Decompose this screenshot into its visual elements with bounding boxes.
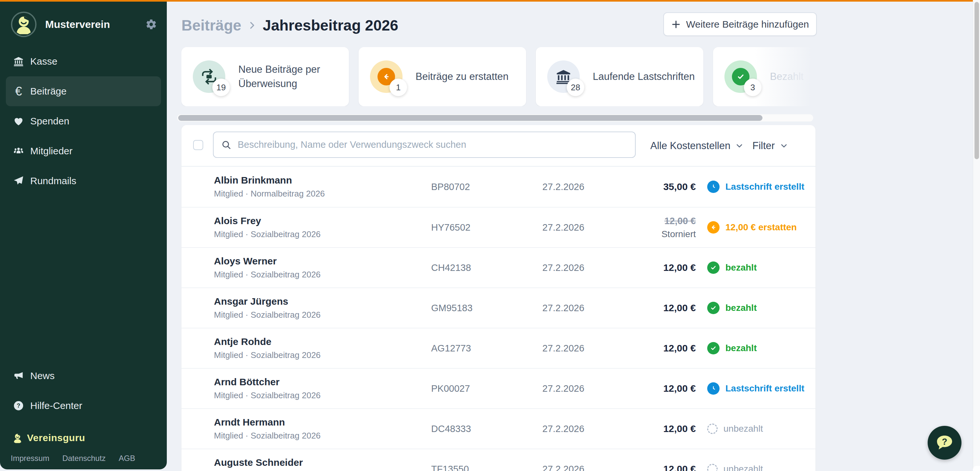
amount: 12,00 € [598,383,696,394]
due-date: 27.2.2026 [542,423,584,434]
status-badge[interactable]: bezahlt [707,342,757,354]
member-subtitle: Mitglied · Sozialbeitrag 2026 [214,229,321,239]
table-row[interactable]: Arndt Hermann Mitglied · Sozialbeitrag 2… [181,408,816,449]
member-subtitle: Mitglied · Sozialbeitrag 2026 [214,350,321,360]
clock-icon [707,382,719,395]
vereinsguru-logo-icon [11,431,24,445]
svg-text:?: ? [17,403,21,409]
member-name: Aloys Werner [214,255,321,267]
reference-code: TF13550 [431,464,469,471]
table-row[interactable]: Albin Brinkmann Mitglied · Normalbeitrag… [181,167,816,207]
card-laufende-lastschriften[interactable]: 28 Laufende Lastschriften [536,47,703,106]
reference-code: CH42138 [431,262,471,273]
sidebar-item-news[interactable]: News [6,361,161,391]
due-date: 27.2.2026 [542,222,584,233]
horizontal-scrollbar-thumb[interactable] [178,115,762,121]
sidebar-item-label: Rundmails [30,175,76,186]
filter-label: Filter [752,140,775,152]
member-name: Arndt Hermann [214,417,321,428]
search-input[interactable] [237,139,627,151]
brand-link[interactable]: Vereinsguru [11,431,85,445]
status-badge[interactable]: unbezahlt [707,423,763,434]
link-impressum[interactable]: Impressum [11,454,49,463]
table-row[interactable]: Ansgar Jürgens Mitglied · Sozialbeitrag … [181,287,816,328]
status-label: Lastschrift erstellt [725,383,804,394]
card-beitraege-zu-erstatten[interactable]: 1 Beiträge zu erstatten [359,47,526,106]
add-contributions-button[interactable]: Weitere Beiträge hinzufügen [663,12,817,36]
member-name: Antje Rohde [214,336,321,347]
table-row[interactable]: Antje Rohde Mitglied · Sozialbeitrag 202… [181,328,816,368]
sidebar-item-rundmails[interactable]: Rundmails [6,166,161,196]
sidebar-item-hilfe-center[interactable]: ? Hilfe-Center [6,391,161,421]
status-label: bezahlt [725,343,757,354]
filter-dropdown[interactable]: Filter [752,125,789,167]
link-agb[interactable]: AGB [119,454,135,463]
status-badge[interactable]: 12,00 € erstatten [707,221,797,233]
sidebar-item-label: Beiträge [30,86,67,97]
gear-icon[interactable] [145,19,157,30]
sidebar-item-beitraege[interactable]: € Beiträge [6,76,161,106]
org-name: Musterverein [45,19,145,30]
member-subtitle: Mitglied · Sozialbeitrag 2026 [214,310,321,320]
transfer-icon: 19 [193,60,225,93]
card-label: Bezahlt [770,70,803,84]
amount: 12,00 € [598,303,696,314]
card-count-badge: 19 [212,79,230,96]
search-field[interactable] [213,132,636,158]
select-all-checkbox[interactable] [193,140,203,150]
member-name: Ansgar Jürgens [214,296,321,307]
org-header[interactable]: Musterverein [11,11,157,38]
member-name: Auguste Schneider [214,457,321,468]
reference-code: AG12773 [431,343,471,354]
table-row[interactable]: Aloys Werner Mitglied · Sozialbeitrag 20… [181,247,816,287]
breadcrumb-parent[interactable]: Beiträge [181,17,241,34]
dashed-circle-icon [707,464,718,471]
table-row[interactable]: Alois Frey Mitglied · Sozialbeitrag 2026… [181,207,816,247]
horizontal-scrollbar[interactable] [177,114,813,122]
table-row[interactable]: Auguste Schneider Mitglied · Sozialbeitr… [181,449,816,471]
sidebar-item-spenden[interactable]: Spenden [6,106,161,136]
megaphone-icon [11,369,26,383]
page-title: Jahresbeitrag 2026 [263,17,398,34]
bank-icon [11,54,26,68]
paid-check-icon: 3 [724,60,757,93]
sidebar-item-label: News [30,370,55,381]
due-date: 27.2.2026 [542,262,584,273]
amount-cancelled: 12,00 € Storniert [598,216,696,239]
due-date: 27.2.2026 [542,464,584,471]
table-row[interactable]: Arnd Böttcher Mitglied · Sozialbeitrag 2… [181,368,816,408]
card-label: Laufende Lastschriften [593,70,695,84]
vertical-scrollbar[interactable] [973,0,980,471]
heart-icon [11,114,26,128]
table-toolbar: Alle Kostenstellen Filter [181,125,816,167]
status-badge[interactable]: bezahlt [707,262,757,274]
sidebar-item-label: Kasse [30,56,57,67]
sidebar: Musterverein Kasse € Beiträge Spenden [0,2,167,469]
card-bezahlt[interactable]: 3 Bezahlt [713,47,818,106]
sidebar-item-label: Spenden [30,116,69,127]
reference-code: HY76502 [431,222,471,233]
status-badge[interactable]: Lastschrift erstellt [707,382,804,395]
card-count-badge: 3 [744,79,762,96]
help-chat-button[interactable]: ? [928,426,961,460]
plus-icon [671,19,681,29]
status-badge[interactable]: bezahlt [707,302,757,314]
card-neue-beitraege-ueberweisung[interactable]: 19 Neue Beiträge per Überweisung [181,47,349,106]
vertical-scrollbar-thumb[interactable] [974,2,979,159]
status-label: unbezahlt [724,464,763,471]
send-icon [11,174,26,188]
amount-note: Storniert [598,229,696,239]
app-root: Musterverein Kasse € Beiträge Spenden [0,0,980,471]
link-datenschutz[interactable]: Datenschutz [62,454,106,463]
reference-code: PK00027 [431,383,470,394]
sidebar-item-kasse[interactable]: Kasse [6,46,161,76]
due-date: 27.2.2026 [542,182,584,192]
sidebar-item-mitglieder[interactable]: Mitglieder [6,136,161,166]
member-subtitle: Mitglied · Sozialbeitrag 2026 [214,390,321,401]
cost-center-dropdown[interactable]: Alle Kostenstellen [650,125,744,167]
refund-icon: 1 [370,60,402,93]
status-badge[interactable]: Lastschrift erstellt [707,181,804,193]
summary-cards-scroller: 19 Neue Beiträge per Überweisung 1 Beitr… [181,47,818,106]
status-badge[interactable]: unbezahlt [707,464,763,471]
chevron-right-icon [247,21,257,30]
